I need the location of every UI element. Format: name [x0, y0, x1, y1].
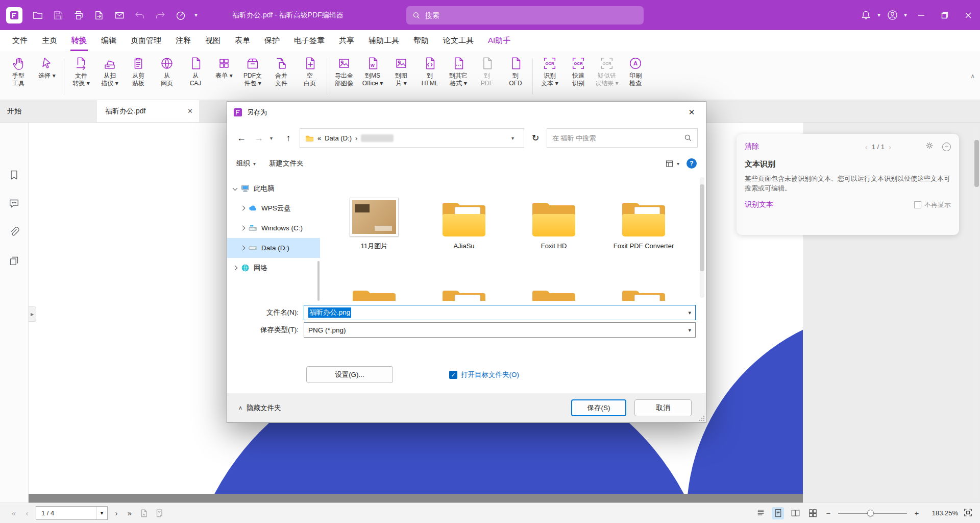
tree-item-network[interactable]: 网络	[227, 258, 320, 278]
last-page-icon[interactable]: »	[123, 509, 136, 517]
print-icon[interactable]	[69, 6, 88, 25]
tab-close-icon[interactable]: ✕	[187, 107, 193, 115]
clear-button[interactable]: 清除	[745, 142, 759, 151]
folder-item-clipped[interactable]	[419, 283, 509, 301]
cancel-button[interactable]: 取消	[634, 399, 692, 416]
menu-paper-tools[interactable]: 论文工具	[436, 30, 481, 51]
save-button[interactable]: 保存(S)	[571, 399, 626, 416]
bookmarks-panel-icon[interactable]	[4, 164, 24, 185]
ribbon-tool-to-other-formats[interactable]: 到其它 格式 ▾	[444, 54, 473, 99]
nav-back-icon[interactable]: ←	[235, 133, 248, 144]
ribbon-tool-export-all-images[interactable]: 导出全 部图像	[330, 54, 358, 99]
menu-comment[interactable]: 注释	[168, 30, 198, 51]
menu-help[interactable]: 帮助	[406, 30, 436, 51]
sidebar-expand-handle[interactable]: ▶	[29, 306, 36, 322]
page-number-combobox[interactable]: 1 / 4 ▾	[36, 506, 108, 520]
ribbon-tool-combine-files[interactable]: 合并 文件	[267, 54, 296, 99]
tree-scrollbar-thumb[interactable]	[317, 261, 320, 301]
ribbon-tool-from-clipboard[interactable]: 从剪 贴板	[124, 54, 153, 99]
tree-item-windows-c[interactable]: Windows (C:)	[227, 218, 320, 238]
chevron-down-icon[interactable]: ▾	[96, 507, 107, 519]
menu-view[interactable]: 视图	[198, 30, 228, 51]
dialog-titlebar[interactable]: 另存为 ✕	[227, 102, 706, 123]
menu-home[interactable]: 主页	[35, 30, 64, 51]
tree-item-data-d[interactable]: Data (D:)	[227, 238, 320, 258]
redo-icon[interactable]	[151, 6, 169, 25]
filename-input[interactable]: 福昕办公.png ▾	[304, 305, 696, 320]
tree-item-wps-cloud[interactable]: WPS云盘	[227, 198, 320, 218]
ribbon-tool-recognize-text[interactable]: 识别 文本 ▾	[535, 54, 564, 99]
menu-form[interactable]: 表单	[228, 30, 257, 51]
ribbon-tool-pdf-portfolio[interactable]: PDF文 件包 ▾	[238, 54, 267, 99]
notifications-chevron-icon[interactable]: ▾	[875, 12, 883, 18]
breadcrumb-first-icon[interactable]: «	[317, 134, 321, 142]
ribbon-tool-print-check[interactable]: 印刷 检查	[621, 54, 650, 99]
ribbon-tool-from-scanner[interactable]: 从扫 描仪 ▾	[95, 54, 124, 99]
dont-show-checkbox[interactable]	[914, 201, 921, 208]
search-input[interactable]	[425, 11, 638, 19]
next-page-icon[interactable]: ›	[110, 509, 123, 517]
minimize-button[interactable]	[910, 0, 933, 30]
dialog-search-box[interactable]	[547, 128, 698, 148]
scrollbar-thumb[interactable]	[974, 140, 979, 187]
undo-icon[interactable]	[131, 6, 149, 25]
collapse-ribbon-icon[interactable]: ∧	[970, 73, 975, 80]
chevron-down-icon[interactable]: ▾	[688, 310, 691, 316]
menu-file[interactable]: 文件	[5, 30, 35, 51]
hide-folders-button[interactable]: ∧ 隐藏文件夹	[238, 403, 281, 413]
pages-panel-icon[interactable]	[4, 250, 24, 271]
menu-accessibility[interactable]: 辅助工具	[361, 30, 406, 51]
account-avatar[interactable]	[883, 6, 901, 25]
breadcrumb-location[interactable]: Data (D:)	[325, 134, 352, 142]
menu-share[interactable]: 共享	[332, 30, 361, 51]
close-button[interactable]	[957, 0, 980, 30]
dont-show-again[interactable]: 不再显示	[914, 200, 951, 209]
pager-prev-icon[interactable]: ‹	[865, 142, 868, 151]
chevron-collapsed-icon[interactable]	[240, 246, 246, 251]
export-icon[interactable]	[90, 6, 108, 25]
folder-item-november-pictures[interactable]: 11月图片	[329, 187, 419, 283]
folder-item-ajiasu[interactable]: AJiaSu	[419, 187, 509, 283]
quick-access-chevron-icon[interactable]: ▾	[192, 12, 200, 18]
nav-up-icon[interactable]: ↑	[282, 133, 295, 144]
share-icon[interactable]	[110, 6, 129, 25]
grid-scrollbar[interactable]	[700, 177, 704, 298]
collapse-panel-icon[interactable]: −	[942, 142, 951, 151]
save-icon[interactable]	[49, 6, 67, 25]
zoom-slider-thumb[interactable]	[867, 510, 874, 516]
menu-page-management[interactable]: 页面管理	[124, 30, 168, 51]
maximize-button[interactable]	[933, 0, 957, 30]
fullscreen-icon[interactable]	[963, 508, 973, 519]
new-folder-button[interactable]: 新建文件夹	[269, 159, 304, 168]
folder-item-foxit-pdf-converter[interactable]: Foxit PDF Converter	[599, 187, 689, 283]
ribbon-tool-to-image[interactable]: 到图 片 ▾	[387, 54, 415, 99]
global-search-box[interactable]	[406, 6, 644, 25]
chevron-collapsed-icon[interactable]	[240, 206, 246, 211]
tree-item-this-pc[interactable]: 此电脑	[227, 178, 320, 198]
menu-protect[interactable]: 保护	[257, 30, 287, 51]
menu-edit[interactable]: 编辑	[94, 30, 124, 51]
ribbon-tool-select[interactable]: 选择 ▾	[33, 54, 61, 99]
filetype-select[interactable]: PNG (*.png) ▾	[304, 322, 696, 338]
zoom-slider[interactable]	[838, 508, 907, 518]
folder-item-clipped[interactable]	[509, 283, 599, 301]
ribbon-tool-from-web[interactable]: 从 网页	[153, 54, 181, 99]
tab-start[interactable]: 开始	[0, 100, 97, 122]
attachments-panel-icon[interactable]	[4, 222, 24, 242]
ribbon-tool-from-caj[interactable]: 从 CAJ	[181, 54, 210, 99]
chevron-collapsed-icon[interactable]	[233, 266, 238, 271]
ribbon-tool-form[interactable]: 表单 ▾	[210, 54, 238, 99]
folder-item-clipped[interactable]	[329, 283, 419, 301]
ribbon-tool-blank-page[interactable]: 空 白页	[296, 54, 324, 99]
dialog-search-input[interactable]	[552, 134, 684, 142]
chevron-expanded-icon[interactable]	[233, 186, 238, 191]
pager-next-icon[interactable]: ›	[889, 142, 891, 151]
vertical-scrollbar[interactable]	[974, 126, 979, 500]
open-target-folder-checkbox[interactable]: ✓	[449, 371, 457, 379]
notifications-bell-icon[interactable]	[856, 6, 875, 25]
dialog-close-button[interactable]: ✕	[677, 102, 706, 123]
zoom-in-icon[interactable]: +	[912, 509, 921, 517]
recent-locations-chevron-icon[interactable]: ▾	[270, 135, 277, 141]
ribbon-tool-file-convert[interactable]: 文件 转换 ▾	[67, 54, 95, 99]
change-view-button[interactable]: ▾	[665, 159, 679, 168]
